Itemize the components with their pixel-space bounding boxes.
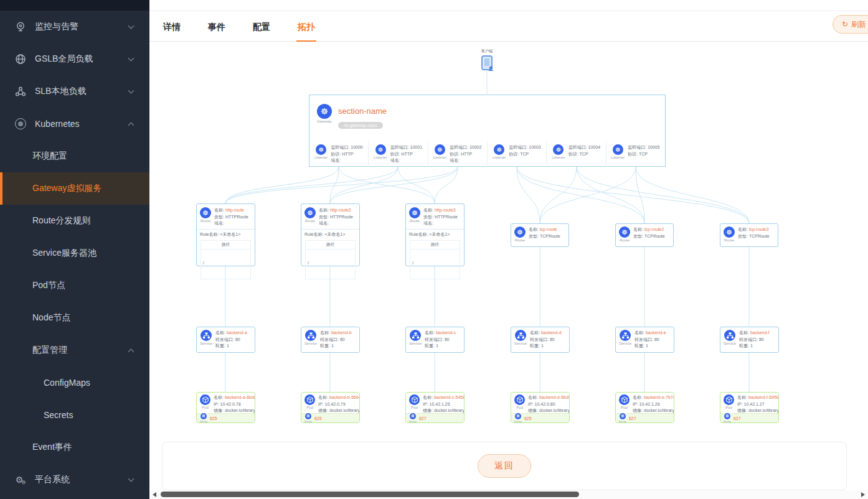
node-icon: ☸ bbox=[410, 413, 416, 419]
sidebar-item-node[interactable]: Node节点 bbox=[0, 302, 149, 334]
path-header: 路径 bbox=[201, 241, 250, 250]
horizontal-scrollbar[interactable] bbox=[149, 490, 868, 499]
node-name: 625 bbox=[314, 416, 322, 421]
pod-node[interactable]: Pod 名称: backend-b-5664... IP: 10.42.0.79… bbox=[301, 392, 360, 423]
scroll-right-arrow-icon[interactable] bbox=[861, 492, 865, 497]
service-sitemap-icon bbox=[724, 330, 735, 341]
listener-node[interactable]: ☸ Listener 监听端口: 10005 协议: TCP bbox=[606, 141, 665, 167]
sidebar-item-kubernetes[interactable]: ☸ Kubernetes bbox=[0, 108, 149, 140]
sidebar-item-service-pool[interactable]: Service服务器池 bbox=[0, 237, 149, 269]
service-node[interactable]: Service 名称: backend-a 转发端口: 80 权重: 1 bbox=[196, 327, 255, 353]
chevron-down-icon bbox=[128, 55, 134, 62]
sidebar-item-pod[interactable]: Pod节点 bbox=[0, 269, 149, 302]
service-node[interactable]: Service 名称: backend-c 转发端口: 80 权重: 1 bbox=[405, 327, 465, 353]
route-kind-label: Route bbox=[200, 219, 210, 223]
tcp-route-node[interactable]: ☸ Route 名称: tcp-route 类型: TCPRoute bbox=[511, 223, 569, 247]
chevron-down-icon bbox=[128, 23, 134, 29]
sidebar-item-gateway-virtual-service[interactable]: Gateway虚拟服务 bbox=[0, 172, 149, 205]
kubernetes-icon: ☸ bbox=[15, 118, 26, 129]
route-kind-label: Route bbox=[620, 238, 630, 243]
pod-node-footer: ☸Node 625 bbox=[301, 413, 359, 423]
node-kind-label: Node bbox=[304, 420, 312, 423]
service-sitemap-icon bbox=[200, 330, 212, 341]
scroll-left-arrow-icon[interactable] bbox=[153, 492, 156, 497]
sidebar-item-env-config[interactable]: 环境配置 bbox=[0, 140, 149, 172]
sidebar-item-label: Node节点 bbox=[32, 312, 70, 324]
tab-config[interactable]: 配置 bbox=[252, 16, 271, 41]
chevron-down-icon bbox=[128, 476, 134, 482]
sidebar-item-platform[interactable]: ⚙⚙ 平台系统 bbox=[0, 464, 149, 496]
route-kind-label: Route bbox=[724, 238, 734, 243]
sidebar-item-label: 监控与告警 bbox=[35, 21, 78, 32]
service-kind-label: Service bbox=[200, 342, 212, 346]
tcp-route-node[interactable]: ☸ Route 名称: tcp-route3 类型: TCPRoute bbox=[720, 223, 778, 247]
kubernetes-listener-icon: ☸ bbox=[553, 144, 564, 155]
gateway-node[interactable]: ☸ Gateway section-name ns-gateway-class … bbox=[309, 95, 666, 167]
listener-node[interactable]: ☸ Listener 监听端口: 10001 协议: HTTP 域名: bbox=[368, 141, 427, 167]
sidebar-item-secrets[interactable]: Secrets bbox=[0, 399, 149, 431]
back-button[interactable]: 返回 bbox=[478, 454, 531, 478]
sidebar-item-events[interactable]: Event事件 bbox=[0, 431, 149, 464]
pod-cube-icon bbox=[304, 394, 315, 405]
scrollbar-thumb[interactable] bbox=[161, 492, 579, 497]
pod-node[interactable]: Pod 名称: backend-f-59f5c... IP: 10.42.1.2… bbox=[720, 392, 779, 423]
sidebar-item-label: GSLB全局负载 bbox=[35, 54, 93, 65]
gateway-header: ☸ Gateway section-name ns-gateway-class bbox=[309, 95, 665, 141]
sidebar-item-configmaps[interactable]: ConfigMaps bbox=[0, 366, 149, 399]
sidebar-item-slb[interactable]: SLB本地负载 bbox=[0, 75, 149, 108]
pod-kind-label: Pod bbox=[202, 406, 209, 410]
pod-kind-label: Pod bbox=[306, 406, 313, 410]
listener-node[interactable]: ☸ Listener 监听端口: 10003 协议: TCP bbox=[487, 141, 546, 167]
tab-detail[interactable]: 详情 bbox=[162, 16, 182, 41]
pod-node[interactable]: Pod 名称: backend-c-5458... IP: 10.42.1.25… bbox=[405, 392, 465, 423]
http-route-node[interactable]: ☸ Route 名称: http-route3 类型: HTTPRoute 域名… bbox=[405, 203, 465, 266]
node-name: 627 bbox=[419, 416, 427, 421]
node-kind-label: Node bbox=[409, 420, 417, 423]
node-kind-label: Node bbox=[619, 420, 626, 423]
pod-node[interactable]: Pod 名称: backend-d-56d9... IP: 10.42.0.80… bbox=[511, 392, 570, 423]
kubernetes-listener-icon: ☸ bbox=[316, 144, 326, 155]
pod-node[interactable]: Pod 名称: backend-e-7674... IP: 10.42.1.26… bbox=[615, 392, 674, 423]
kubernetes-listener-icon: ☸ bbox=[435, 144, 445, 155]
sidebar-item-gslb[interactable]: GSLB全局负载 bbox=[0, 43, 149, 75]
node-icon: ☸ bbox=[305, 413, 311, 419]
service-kind-label: Service bbox=[724, 342, 736, 346]
refresh-button[interactable]: ↻ 刷新 bbox=[833, 15, 868, 34]
client-node[interactable]: 客户端 bbox=[473, 49, 501, 74]
service-node[interactable]: Service 名称: backend-b 转发端口: 80 权重: 1 bbox=[301, 327, 360, 353]
pod-kind-label: Pod bbox=[516, 406, 523, 410]
service-node[interactable]: Service 名称: backend-e 转发端口: 80 权重: 1 bbox=[615, 327, 674, 353]
kubernetes-route-icon: ☸ bbox=[514, 226, 526, 238]
rule-path-table: 路径 / bbox=[305, 240, 356, 279]
service-kind-label: Service bbox=[304, 342, 317, 346]
sidebar-item-label: Service服务器池 bbox=[32, 248, 97, 259]
sidebar: 监控与告警 GSLB全局负载 SLB本地负载 ☸ Kubernetes 环境配置… bbox=[0, 0, 149, 499]
sidebar-item-label: SLB本地负载 bbox=[35, 86, 86, 97]
service-node[interactable]: Service 名称: backend-d 转发端口: 80 权重: 1 bbox=[511, 327, 570, 353]
tcp-route-node[interactable]: ☸ Route 名称: tcp-route2 类型: TCPRoute bbox=[615, 223, 674, 247]
kubernetes-listener-icon: ☸ bbox=[494, 144, 504, 155]
listener-node[interactable]: ☸ Listener 监听端口: 10004 协议: TCP bbox=[546, 141, 605, 167]
sidebar-item-config-management[interactable]: 配置管理 bbox=[0, 334, 149, 366]
pod-kind-label: Pod bbox=[621, 406, 628, 410]
rule-path-table: 路径 / bbox=[200, 240, 251, 279]
refresh-label: 刷新 bbox=[851, 19, 866, 30]
node-icon: ☸ bbox=[200, 413, 207, 419]
pod-node-footer: ☸Node 627 bbox=[720, 413, 778, 423]
pod-node[interactable]: Pod 名称: backend-a-6bdc... IP: 10.42.0.78… bbox=[196, 392, 255, 423]
pod-node-footer: ☸Node 627 bbox=[616, 413, 674, 423]
listener-node[interactable]: ☸ Listener 监听端口: 10002 协议: HTTP 域名: bbox=[428, 141, 487, 167]
rule-title: Rule名称: <未命名1> bbox=[197, 230, 255, 240]
pod-cube-icon bbox=[724, 394, 734, 405]
sidebar-item-monitoring[interactable]: 监控与告警 bbox=[0, 11, 149, 43]
tab-event[interactable]: 事件 bbox=[207, 16, 227, 41]
pod-cube-icon bbox=[409, 394, 420, 405]
tab-topology[interactable]: 拓扑 bbox=[296, 16, 316, 41]
listener-node[interactable]: ☸ Listener 监听端口: 10000 协议: HTTP 域名: bbox=[309, 141, 368, 167]
gateway-kind-label: Gateway bbox=[317, 119, 332, 124]
node-name: 625 bbox=[524, 416, 532, 421]
service-node[interactable]: Service 名称: backend-f 转发端口: 80 权重: 1 bbox=[720, 327, 779, 353]
http-route-node[interactable]: ☸ Route 名称: http-route2 类型: HTTPRoute 域名… bbox=[301, 203, 360, 266]
sidebar-item-route-rules[interactable]: Route分发规则 bbox=[0, 205, 149, 237]
http-route-node[interactable]: ☸ Route 名称: http-route 类型: HTTPRoute 域名:… bbox=[196, 203, 255, 266]
